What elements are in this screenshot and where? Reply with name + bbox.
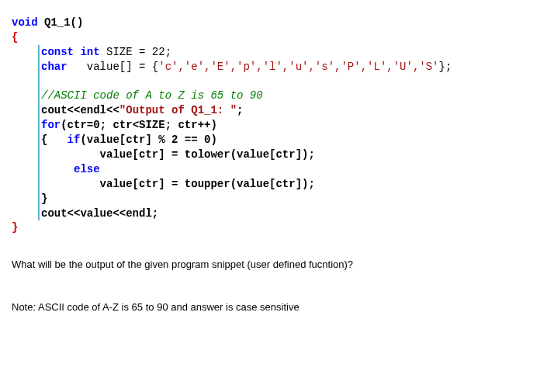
keyword-const: const bbox=[41, 46, 74, 58]
code-line-3: const int SIZE = 22; bbox=[41, 45, 542, 60]
tolower-line: value[ctr] = tolower(value[ctr]); bbox=[41, 148, 315, 161]
code-line-11: else bbox=[41, 162, 542, 177]
keyword-char: char bbox=[41, 61, 68, 73]
code-line-8: for(ctr=0; ctr<SIZE; ctr++) bbox=[41, 118, 542, 133]
code-line-7: cout<<endl<<"Output of Q1_1: "; bbox=[41, 103, 542, 118]
brace-open: { bbox=[12, 31, 18, 43]
toupper-line: value[ctr] = toupper(value[ctr]); bbox=[41, 178, 315, 190]
code-line-14: cout<<value<<endl; bbox=[41, 206, 542, 221]
keyword-if: if bbox=[68, 134, 81, 146]
string-output: "Output of Q1_1: " bbox=[119, 104, 237, 116]
cout-value: cout<<value<<endl; bbox=[41, 207, 158, 220]
for-cond: (ctr=0; ctr<SIZE; ctr++) bbox=[61, 119, 217, 131]
keyword-for: for bbox=[41, 119, 61, 131]
code-line-6: //ASCII code of A to Z is 65 to 90 bbox=[41, 88, 542, 103]
keyword-void: void bbox=[12, 16, 38, 29]
cout-1c: ; bbox=[237, 104, 243, 116]
note-text: Note: ASCII code of A-Z is 65 to 90 and … bbox=[12, 301, 542, 313]
array-open: { bbox=[152, 61, 158, 73]
code-body: const int SIZE = 22; char value[] = {'c'… bbox=[38, 45, 542, 221]
function-name: Q1_1() bbox=[38, 16, 84, 29]
code-line-1: void Q1_1() bbox=[12, 16, 542, 30]
if-cond: (value[ctr] % 2 == 0) bbox=[80, 134, 216, 146]
code-line-9: { if(value[ctr] % 2 == 0) bbox=[41, 133, 542, 147]
array-close: }; bbox=[439, 61, 452, 73]
brace-close: } bbox=[12, 221, 18, 234]
size-decl: SIZE = 22; bbox=[100, 46, 171, 58]
code-line-15: } bbox=[12, 220, 542, 235]
code-line-blank bbox=[41, 75, 542, 89]
inner-brace-open: { bbox=[41, 134, 68, 146]
code-line-4: char value[] = {'c','e','E','p','l','u',… bbox=[41, 60, 542, 75]
value-decl: value[] = bbox=[68, 61, 152, 73]
cout-1a: cout<<endl<< bbox=[41, 104, 119, 116]
keyword-int: int bbox=[74, 46, 100, 58]
comment-ascii: //ASCII code of A to Z is 65 to 90 bbox=[41, 89, 263, 102]
inner-brace-close: } bbox=[41, 193, 47, 205]
char-literals: 'c','e','E','p','l','u','s','P','L','U',… bbox=[158, 61, 438, 73]
keyword-else: else bbox=[41, 163, 100, 175]
code-line-12: value[ctr] = toupper(value[ctr]); bbox=[41, 177, 542, 192]
code-line-10: value[ctr] = tolower(value[ctr]); bbox=[41, 147, 542, 162]
code-line-2: { bbox=[12, 30, 542, 45]
question-text: What will be the output of the given pro… bbox=[12, 258, 542, 270]
code-line-13: } bbox=[41, 192, 542, 206]
code-snippet: void Q1_1() { const int SIZE = 22; char … bbox=[12, 16, 542, 235]
